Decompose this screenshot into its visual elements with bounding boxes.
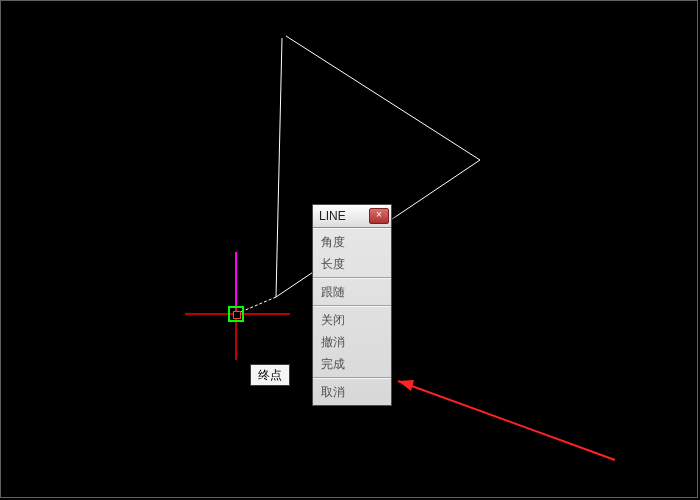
menu-item-done[interactable]: 完成: [313, 353, 391, 375]
menu-item-label: 长度: [321, 257, 345, 271]
snap-tooltip-text: 终点: [258, 368, 282, 382]
menu-item-label: 角度: [321, 235, 345, 249]
menu-item-label: 撤消: [321, 335, 345, 349]
menu-item-label: 关闭: [321, 313, 345, 327]
context-menu-title-text: LINE: [319, 209, 346, 223]
context-menu-titlebar[interactable]: LINE ×: [313, 205, 391, 228]
menu-item-cancel[interactable]: 取消: [313, 381, 391, 403]
menu-item-close[interactable]: 关闭: [313, 309, 391, 331]
context-menu-group-2: 跟随: [313, 278, 391, 306]
close-icon[interactable]: ×: [369, 208, 389, 224]
context-menu-group-1: 角度 长度: [313, 228, 391, 278]
close-icon-glyph: ×: [376, 209, 382, 220]
menu-item-label: 跟随: [321, 285, 345, 299]
line-command-context-menu[interactable]: LINE × 角度 长度 跟随 关闭 撤消 完成 取消: [312, 204, 392, 406]
menu-item-label: 完成: [321, 357, 345, 371]
menu-item-angle[interactable]: 角度: [313, 231, 391, 253]
endpoint-snap-marker: [228, 306, 244, 322]
menu-item-undo[interactable]: 撤消: [313, 331, 391, 353]
context-menu-group-3: 关闭 撤消 完成: [313, 306, 391, 378]
menu-item-length[interactable]: 长度: [313, 253, 391, 275]
menu-item-label: 取消: [321, 385, 345, 399]
snap-tooltip: 终点: [250, 364, 290, 386]
context-menu-group-4: 取消: [313, 378, 391, 405]
menu-item-follow[interactable]: 跟随: [313, 281, 391, 303]
